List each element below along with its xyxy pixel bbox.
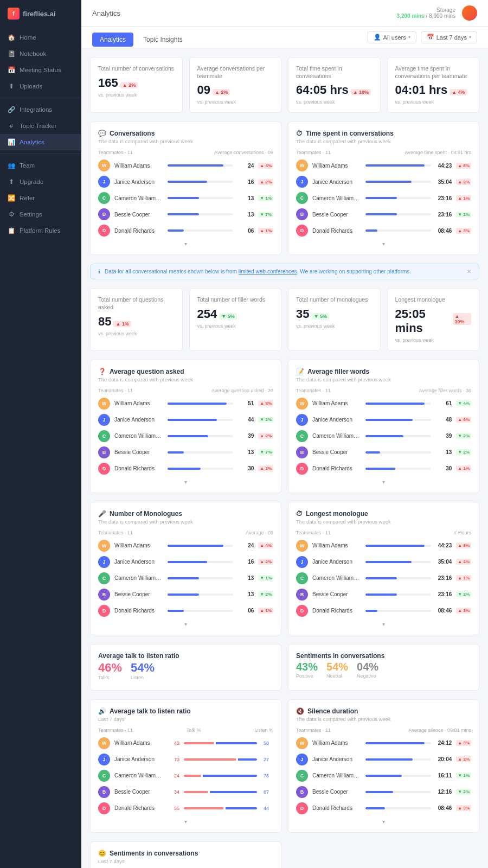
- avg-filler-col-labels: Teammates · 11 Average filler words · 36: [296, 388, 471, 393]
- conversations-card: 💬 Conversations The data is compared wit…: [90, 122, 281, 255]
- sidebar-item-topic-tracker[interactable]: # Topic Tracker: [0, 118, 81, 134]
- table-row: J Janice Anderson 35:04 ▲ 2%: [296, 556, 471, 568]
- avg-filler-subtitle: The data is compared with previous week: [296, 376, 471, 382]
- sidebar-item-refer[interactable]: 🔀 Refer: [0, 190, 81, 206]
- negative-sentiment: 04% Negative: [357, 661, 378, 679]
- sidebar-label-home: Home: [20, 34, 36, 41]
- sidebar-item-upgrade[interactable]: ⬆ Upgrade: [0, 174, 81, 190]
- sidebar-label-integrations: Integrations: [20, 106, 52, 113]
- sidebar-label-notebook: Notebook: [20, 50, 46, 57]
- info-link[interactable]: limited web-conferences: [239, 269, 297, 275]
- integrations-icon: 🔗: [8, 106, 15, 113]
- sidebar-item-team[interactable]: 👥 Team: [0, 157, 81, 174]
- table-row: B Bessie Cooper 23:16 ▼ 2%: [296, 208, 471, 220]
- home-icon: 🏠: [8, 34, 15, 41]
- talk-listen-rows: W William Adams 42 58 J Janice Anderson …: [98, 737, 273, 814]
- table-row: C Cameron Williamson 39 ▲ 2%: [98, 430, 273, 442]
- sidebar-item-analytics[interactable]: 📊 Analytics: [0, 134, 81, 150]
- avg-q-more-button[interactable]: ▾: [98, 479, 273, 485]
- sidebar-item-home[interactable]: 🏠 Home: [0, 29, 81, 46]
- avg-q-filler-row: ❓ Average question asked The data is com…: [90, 360, 479, 493]
- table-row: J Janice Anderson 16 ▲ 2%: [98, 176, 273, 188]
- silence-col-labels: Teammates · 11 Average silence · 09:01 m…: [296, 727, 471, 733]
- talk-listen-silence-row: 🔊 Average talk to listen ratio Last 7 da…: [90, 699, 479, 833]
- conversations-col-labels: Teammates · 11 Average conversations · 0…: [98, 150, 273, 155]
- table-row: C Cameron Williamson 13 ▼ 1%: [98, 572, 273, 584]
- longest-mono-more-button[interactable]: ▾: [296, 621, 471, 627]
- info-text: Data for all conversational metrics show…: [105, 269, 411, 275]
- conversations-more-button[interactable]: ▾: [98, 241, 273, 247]
- users-icon: 👤: [374, 34, 381, 41]
- sidebar-item-integrations[interactable]: 🔗 Integrations: [0, 101, 81, 118]
- users-filter[interactable]: 👤 All users ▾: [368, 31, 416, 43]
- sentiment-summary-title: Sentiments in conversations: [296, 652, 471, 660]
- avg-filler-col-left: Teammates · 11: [296, 388, 331, 393]
- sidebar: f fireflies.ai 🏠 Home 📓 Notebook 📅 Meeti…: [0, 0, 81, 868]
- monologues-card: 🎤 Number of Monologues The data is compa…: [90, 502, 281, 635]
- storage-used: 3,200 mins: [397, 13, 425, 19]
- sidebar-label-team: Team: [20, 162, 35, 169]
- table-row: C Cameron Williamson 13 ▼ 1%: [98, 192, 273, 204]
- table-row: D Donald Richards 06 ▲ 1%: [98, 225, 273, 237]
- silence-col-left: Teammates · 11: [296, 727, 331, 733]
- info-banner-close-button[interactable]: ✕: [467, 269, 471, 275]
- talk-listen-more-button[interactable]: ▾: [98, 819, 273, 825]
- tab-topic-insights[interactable]: Topic Insights: [136, 33, 190, 47]
- stat-card: Total number of monologues 35 ▼ 5% vs. p…: [288, 288, 381, 351]
- time-spent-card: ⏱ Time spent in conversations The data i…: [288, 122, 479, 255]
- sidebar-label-rules: Platform Rules: [20, 227, 60, 234]
- table-row: W William Adams 61 ▼ 4%: [296, 398, 471, 410]
- longest-monologue-card: ⏱ Longest monologue The data is compared…: [288, 502, 479, 635]
- sidebar-divider-2: [0, 154, 81, 154]
- sidebar-item-settings[interactable]: ⚙ Settings: [0, 206, 81, 222]
- storage-values: 3,200 mins / 8,000 mins: [397, 13, 455, 19]
- rules-icon: 📋: [8, 227, 15, 234]
- conversations-rows: W William Adams 24 ▲ 4% J Janice Anderso…: [98, 159, 273, 237]
- sidebar-item-uploads[interactable]: ⬆ Uploads: [0, 78, 81, 94]
- sidebar-label-refer: Refer: [20, 195, 35, 201]
- user-avatar[interactable]: [462, 5, 477, 21]
- refer-icon: 🔀: [8, 194, 15, 202]
- tab-analytics[interactable]: Analytics: [92, 33, 133, 47]
- sidebar-item-platform-rules[interactable]: 📋 Platform Rules: [0, 222, 81, 239]
- analytics-icon: 📊: [8, 138, 15, 146]
- table-row: B Bessie Cooper 13 ▼ 7%: [98, 208, 273, 220]
- avg-filler-more-button[interactable]: ▾: [296, 479, 471, 485]
- talk-ratio-value: 46% Talks: [98, 661, 122, 680]
- silence-subtitle: The data is compared with previous week: [296, 716, 471, 722]
- silence-more-button[interactable]: ▾: [296, 819, 471, 825]
- listen-ratio-value: 54% Listen: [131, 661, 155, 680]
- qa-stats-row: Total number of questions asked 85 ▲ 1% …: [90, 288, 479, 351]
- upgrade-icon: ⬆: [8, 178, 15, 186]
- period-filter-label: Last 7 days: [436, 34, 467, 41]
- sentiments-detail-title: 😊 Sentiments in conversations: [98, 850, 273, 857]
- stat-card: Total number of filler words 254 ▼ 5% vs…: [189, 288, 282, 351]
- monologues-rows: W William Adams 24 ▲ 4% J Janice Anderso…: [98, 540, 273, 617]
- avg-filler-title: 📝 Average filler words: [296, 368, 471, 375]
- time-spent-title: ⏱ Time spent in conversations: [296, 130, 471, 137]
- sidebar-item-notebook[interactable]: 📓 Notebook: [0, 46, 81, 62]
- table-row: B Bessie Cooper 13 ▼ 2%: [296, 446, 471, 458]
- mono-more-button[interactable]: ▾: [98, 621, 273, 627]
- monologue-icon: 🎤: [98, 510, 106, 518]
- table-row: C Cameron Williamson 16:11 ▼ 1%: [296, 770, 471, 782]
- table-row: W William Adams 24 ▲ 4%: [98, 159, 273, 171]
- table-row: B Bessie Cooper 12:16 ▼ 2%: [296, 786, 471, 798]
- sidebar-label-analytics: Analytics: [20, 139, 44, 145]
- table-row: D Donald Richards 08:46 ▲ 3%: [296, 605, 471, 617]
- time-spent-more-button[interactable]: ▾: [296, 241, 471, 247]
- avg-filler-card: 📝 Average filler words The data is compa…: [288, 360, 479, 493]
- table-row: B Bessie Cooper 13 ▼ 2%: [98, 589, 273, 601]
- table-row: W William Adams 42 58: [98, 737, 273, 749]
- content-area: Total number of conversations 165 ▲ 2% v…: [81, 48, 488, 868]
- storage-total: 8,000 mins: [429, 13, 455, 19]
- period-filter[interactable]: 📅 Last 7 days ▾: [421, 31, 477, 43]
- table-row: D Donald Richards 30 ▲ 1%: [296, 463, 471, 475]
- sidebar-label-topic: Topic Tracker: [20, 123, 56, 129]
- avg-q-col-right: Average question asked · 30: [211, 388, 273, 393]
- time-spent-subtitle: The data is compared with previous week: [296, 138, 471, 144]
- silence-rows: W William Adams 24:12 ▲ 3% J Janice Ande…: [296, 737, 471, 814]
- sentiment-summary-card: Sentiments in conversations 43% Positive…: [288, 644, 479, 691]
- notebook-icon: 📓: [8, 50, 15, 58]
- sidebar-item-meeting-status[interactable]: 📅 Meeting Status: [0, 62, 81, 78]
